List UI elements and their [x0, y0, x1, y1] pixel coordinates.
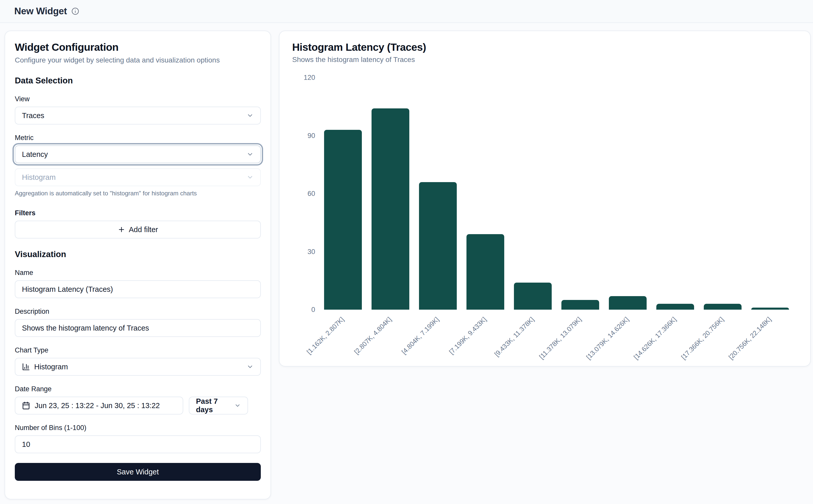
x-axis-tick-label: [9.433K, 11.378K] — [493, 316, 536, 358]
aggregation-helper-text: Aggregation is automatically set to "his… — [15, 190, 261, 197]
histogram-bar — [324, 130, 362, 310]
page-header: New Widget — [0, 0, 813, 23]
date-range-value: Jun 23, 25 : 13:22 - Jun 30, 25 : 13:22 — [35, 401, 160, 410]
metric-select-value: Latency — [22, 150, 48, 159]
y-axis-tick-label: 0 — [311, 306, 315, 314]
x-axis-tick-label: [11.378K, 13.079K] — [538, 316, 583, 361]
plot-area — [318, 78, 797, 310]
histogram-bar — [514, 283, 552, 310]
aggregation-select-value: Histogram — [22, 173, 56, 182]
data-selection-heading: Data Selection — [15, 75, 261, 86]
x-axis-tick-label: [1.162K, 2.807K] — [305, 316, 346, 356]
visualization-heading: Visualization — [15, 249, 261, 259]
y-axis-tick-label: 30 — [307, 248, 315, 256]
chevron-down-icon — [246, 112, 254, 119]
chart-type-select[interactable]: Histogram — [15, 358, 261, 376]
metric-select[interactable]: Latency — [15, 145, 261, 163]
histogram-bar — [419, 182, 457, 310]
info-icon[interactable] — [71, 7, 79, 15]
main-content: Widget Configuration Configure your widg… — [0, 23, 813, 499]
date-range-button[interactable]: Jun 23, 25 : 13:22 - Jun 30, 25 : 13:22 — [15, 397, 183, 414]
name-label: Name — [15, 269, 261, 277]
histogram-bar — [371, 108, 409, 310]
view-select[interactable]: Traces — [15, 107, 261, 124]
add-filter-label: Add filter — [129, 225, 158, 234]
histogram-bar — [751, 308, 789, 310]
histogram-bar — [467, 234, 504, 310]
metric-label: Metric — [15, 134, 261, 142]
y-axis-tick-label: 60 — [307, 190, 315, 198]
name-input[interactable]: Histogram Latency (Traces) — [15, 280, 261, 298]
page-title: New Widget — [14, 6, 67, 17]
y-axis-tick-label: 120 — [304, 73, 315, 82]
chevron-down-icon — [246, 363, 254, 370]
chevron-down-icon — [246, 174, 254, 181]
histogram-bar — [609, 296, 647, 310]
chevron-down-icon — [246, 151, 254, 158]
x-axis-tick-label: [4.804K, 7.199K] — [400, 316, 441, 356]
view-select-value: Traces — [22, 111, 44, 120]
filters-label: Filters — [15, 209, 261, 217]
x-axis-tick-label: [14.626K, 17.366K] — [632, 316, 678, 361]
histogram-chart-icon — [22, 363, 30, 371]
x-axis: [1.162K, 2.807K][2.807K, 4.804K][4.804K,… — [318, 310, 797, 361]
x-axis-tick-label: [2.807K, 4.804K] — [353, 316, 393, 356]
y-axis-tick-label: 90 — [307, 132, 315, 140]
histogram-bar — [704, 304, 742, 310]
chart-subtitle: Shows the histogram latency of Traces — [292, 55, 797, 64]
chart-preview-panel: Histogram Latency (Traces) Shows the his… — [279, 31, 811, 367]
calendar-icon — [22, 401, 30, 410]
histogram-chart: 0306090120 [1.162K, 2.807K][2.807K, 4.80… — [292, 78, 797, 361]
add-filter-button[interactable]: Add filter — [15, 221, 261, 238]
x-axis-tick-label: [20.756K, 22.148K] — [727, 316, 773, 361]
x-axis-tick-label: [17.366K, 20.756K] — [680, 316, 726, 361]
date-preset-select[interactable]: Past 7 days — [189, 397, 248, 414]
widget-configuration-panel: Widget Configuration Configure your widg… — [5, 31, 271, 499]
bins-input[interactable]: 10 — [15, 435, 261, 453]
name-input-value: Histogram Latency (Traces) — [22, 285, 113, 294]
description-label: Description — [15, 307, 261, 316]
bins-input-value: 10 — [22, 440, 30, 449]
x-axis-tick-label: [13.079K, 14.626K] — [585, 316, 631, 361]
description-input[interactable]: Shows the histogram latency of Traces — [15, 319, 261, 337]
description-input-value: Shows the histogram latency of Traces — [22, 324, 149, 332]
chart-title: Histogram Latency (Traces) — [292, 41, 797, 54]
chart-type-value: Histogram — [34, 363, 68, 371]
save-widget-button[interactable]: Save Widget — [15, 463, 261, 481]
view-label: View — [15, 95, 261, 103]
histogram-bar — [656, 304, 694, 310]
date-preset-value: Past 7 days — [196, 397, 231, 414]
chart-type-label: Chart Type — [15, 346, 261, 354]
aggregation-select: Histogram — [15, 168, 261, 186]
histogram-bar — [561, 300, 599, 310]
y-axis: 0306090120 — [292, 78, 318, 310]
x-axis-tick-label: [7.199K, 9.433K] — [448, 316, 488, 356]
config-panel-subtitle: Configure your widget by selecting data … — [15, 56, 261, 65]
bins-label: Number of Bins (1-100) — [15, 424, 261, 432]
config-panel-title: Widget Configuration — [15, 41, 261, 54]
date-range-label: Date Range — [15, 385, 261, 393]
plus-icon — [118, 226, 125, 233]
chevron-down-icon — [234, 402, 241, 409]
